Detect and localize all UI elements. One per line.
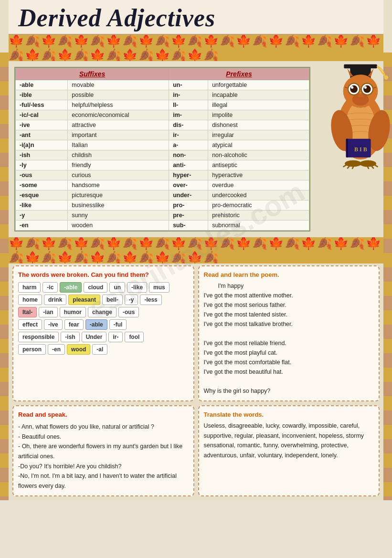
prefix-cell: dis- xyxy=(169,120,208,130)
svg-point-29 xyxy=(360,160,376,167)
main-content: Suffixes Prefixes -able movable un- unfo… xyxy=(9,61,383,237)
prefix-cell: Il- xyxy=(169,100,208,110)
tiles-row-3: Ital--ianhumorchange-ous xyxy=(18,307,189,317)
word-tile: -ish xyxy=(61,332,79,342)
table-row: -ive attractive dis- dishonest xyxy=(16,120,309,130)
word-tile: -al xyxy=(92,344,107,355)
word-broken-section: The words were broken. Can you find them… xyxy=(12,265,194,401)
suffix-example-cell: picturesque xyxy=(68,190,169,200)
poem-line: I've got the most beautiful hat. xyxy=(204,367,374,377)
table-row: -en wooden sub- subnormal xyxy=(16,221,309,231)
suffix-example-cell: important xyxy=(68,130,169,140)
suffix-cell: -able xyxy=(16,80,68,90)
prefix-cell: under- xyxy=(169,190,208,200)
suffix-cell: -i(a)n xyxy=(16,140,68,150)
prefix-example-cell: undercooked xyxy=(208,190,309,200)
prefix-cell: in- xyxy=(169,90,208,100)
table-row: -some handsome over- overdue xyxy=(16,180,309,190)
word-tile: -ive xyxy=(44,319,63,330)
word-tile: -like xyxy=(127,282,147,293)
svg-line-2 xyxy=(377,66,385,77)
table-row: -y sunny pre- prehistoric xyxy=(16,211,309,221)
suffix-cell: -en xyxy=(16,221,68,231)
poem-main-title: I'm happy xyxy=(218,281,374,291)
suffix-cell: -ic/-cal xyxy=(16,110,68,120)
svg-point-28 xyxy=(345,160,361,167)
word-tile: wood xyxy=(67,344,90,355)
suffix-cell: -esque xyxy=(16,190,68,200)
table-row: -like businesslike pro- pro-democratic xyxy=(16,200,309,211)
poem-line: I've got the most serious father. xyxy=(204,300,374,310)
suffix-example-cell: childish xyxy=(68,150,169,160)
tiles-row-5: responsible-ishUnderir-fool xyxy=(18,332,189,342)
word-tile: drink xyxy=(44,295,66,305)
prefix-cell: un- xyxy=(169,80,208,90)
word-tile: harm xyxy=(18,282,41,293)
svg-point-22 xyxy=(352,93,369,105)
prefix-example-cell: subnormal xyxy=(208,221,309,231)
poem-line: I've got the most talented sister. xyxy=(204,310,374,319)
word-tile: -ous xyxy=(118,307,139,317)
table-row: -ous curious hyper- hyperactive xyxy=(16,170,309,180)
prefix-cell: pro- xyxy=(169,200,208,211)
prefix-example-cell: prehistoric xyxy=(208,211,309,221)
poem-line: I've got the most attentive mother. xyxy=(204,291,374,300)
speak-title: Read and speak. xyxy=(18,411,189,418)
word-tile: -en xyxy=(48,344,65,355)
suffix-example-cell: curious xyxy=(68,170,169,180)
word-tile: responsible xyxy=(18,332,59,342)
svg-rect-26 xyxy=(346,139,348,158)
word-tile: cloud xyxy=(84,282,107,293)
table-row: -ible possible in- incapable xyxy=(16,90,309,100)
word-tile: Ital- xyxy=(18,307,37,317)
word-tile: person xyxy=(18,344,46,355)
word-tile: ir- xyxy=(108,332,123,342)
suffix-cell: -y xyxy=(16,211,68,221)
suffix-example-cell: friendly xyxy=(68,160,169,170)
translate-text: Useless, disagreeable, lucky, cowardly, … xyxy=(204,421,374,461)
poem-line: I've got the most talkative brother. xyxy=(204,319,374,329)
svg-point-12 xyxy=(364,86,366,89)
speak-section: Read and speak. - Ann, what flowers do y… xyxy=(12,405,194,496)
adjectives-table: Suffixes Prefixes -able movable un- unfo… xyxy=(15,68,309,231)
prefix-cell: over- xyxy=(169,180,208,190)
speak-line: - Beautiful ones. xyxy=(18,432,189,442)
word-tile: -able xyxy=(60,282,82,293)
word-tile: Under xyxy=(82,332,107,342)
tiles-row-2: homedrinkpleasantbell--y-less xyxy=(18,295,189,305)
prefix-example-cell: impolite xyxy=(208,110,309,120)
prefix-cell: a- xyxy=(169,140,208,150)
prefixes-header: Prefixes xyxy=(169,68,309,80)
prefix-cell: non- xyxy=(169,150,208,160)
suffix-example-cell: wooden xyxy=(68,221,169,231)
owl-area: B I B xyxy=(312,65,392,233)
poem-line xyxy=(204,377,374,386)
poem-line: I've got the most playful cat. xyxy=(204,348,374,358)
top-leaf-border xyxy=(9,35,383,61)
suffix-cell: -ish xyxy=(16,150,68,160)
table-row: -ish childish non- non-alcoholic xyxy=(16,150,309,160)
prefix-example-cell: unforgettable xyxy=(208,80,309,90)
word-tile: home xyxy=(18,295,42,305)
table-row: -ic/-cal economic/economical im- impolit… xyxy=(16,110,309,120)
suffix-example-cell: helpful/helpless xyxy=(68,100,169,110)
poem-section: Read and learn the poem. I'm happy I've … xyxy=(198,265,380,401)
owl-illustration: B I B xyxy=(314,60,392,184)
suffix-example-cell: movable xyxy=(68,80,169,90)
word-tile: -ic xyxy=(42,282,58,293)
svg-point-9 xyxy=(350,85,358,93)
suffix-example-cell: Italian xyxy=(68,140,169,150)
svg-text:B I B: B I B xyxy=(354,146,367,153)
poem-lines: I've got the most attentive mother.I've … xyxy=(204,291,374,396)
speak-line: - Oh, there are wonderful flowers in my … xyxy=(18,442,189,461)
prefix-cell: anti- xyxy=(169,160,208,170)
tiles-row-1: harm-ic-ablecloudun-likemus xyxy=(18,282,189,293)
suffix-cell: -ible xyxy=(16,90,68,100)
prefix-example-cell: illegal xyxy=(208,100,309,110)
word-tile: un xyxy=(109,282,125,293)
speak-text: - Ann, what flowers do you like, natural… xyxy=(18,422,189,491)
word-tile: change xyxy=(88,307,117,317)
word-tile: mus xyxy=(149,282,170,293)
poem-line: I've got the most comfortable flat. xyxy=(204,358,374,367)
table-row: -ly friendly anti- antiseptic xyxy=(16,160,309,170)
